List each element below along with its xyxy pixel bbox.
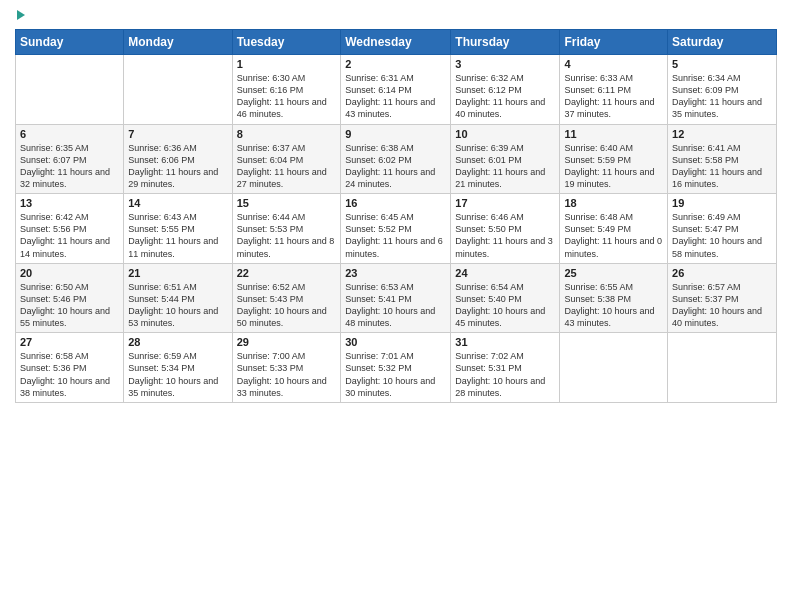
calendar-week-row: 1Sunrise: 6:30 AM Sunset: 6:16 PM Daylig… <box>16 55 777 125</box>
day-detail: Sunrise: 6:57 AM Sunset: 5:37 PM Dayligh… <box>672 281 772 330</box>
day-detail: Sunrise: 6:50 AM Sunset: 5:46 PM Dayligh… <box>20 281 119 330</box>
day-number: 1 <box>237 58 337 70</box>
calendar-cell: 24Sunrise: 6:54 AM Sunset: 5:40 PM Dayli… <box>451 263 560 333</box>
weekday-header: Sunday <box>16 30 124 55</box>
logo-arrow-icon <box>17 10 25 20</box>
day-detail: Sunrise: 6:42 AM Sunset: 5:56 PM Dayligh… <box>20 211 119 260</box>
day-number: 8 <box>237 128 337 140</box>
day-number: 28 <box>128 336 227 348</box>
day-detail: Sunrise: 6:49 AM Sunset: 5:47 PM Dayligh… <box>672 211 772 260</box>
calendar-table: SundayMondayTuesdayWednesdayThursdayFrid… <box>15 29 777 403</box>
day-number: 14 <box>128 197 227 209</box>
calendar-cell: 4Sunrise: 6:33 AM Sunset: 6:11 PM Daylig… <box>560 55 668 125</box>
calendar-cell: 11Sunrise: 6:40 AM Sunset: 5:59 PM Dayli… <box>560 124 668 194</box>
day-detail: Sunrise: 6:54 AM Sunset: 5:40 PM Dayligh… <box>455 281 555 330</box>
calendar-cell: 20Sunrise: 6:50 AM Sunset: 5:46 PM Dayli… <box>16 263 124 333</box>
day-number: 29 <box>237 336 337 348</box>
day-detail: Sunrise: 6:39 AM Sunset: 6:01 PM Dayligh… <box>455 142 555 191</box>
calendar-cell: 12Sunrise: 6:41 AM Sunset: 5:58 PM Dayli… <box>668 124 777 194</box>
day-detail: Sunrise: 6:59 AM Sunset: 5:34 PM Dayligh… <box>128 350 227 399</box>
day-number: 27 <box>20 336 119 348</box>
weekday-row: SundayMondayTuesdayWednesdayThursdayFrid… <box>16 30 777 55</box>
calendar-cell: 16Sunrise: 6:45 AM Sunset: 5:52 PM Dayli… <box>341 194 451 264</box>
day-detail: Sunrise: 6:46 AM Sunset: 5:50 PM Dayligh… <box>455 211 555 260</box>
day-detail: Sunrise: 6:53 AM Sunset: 5:41 PM Dayligh… <box>345 281 446 330</box>
day-detail: Sunrise: 7:02 AM Sunset: 5:31 PM Dayligh… <box>455 350 555 399</box>
day-detail: Sunrise: 6:33 AM Sunset: 6:11 PM Dayligh… <box>564 72 663 121</box>
day-detail: Sunrise: 6:32 AM Sunset: 6:12 PM Dayligh… <box>455 72 555 121</box>
day-number: 19 <box>672 197 772 209</box>
day-detail: Sunrise: 7:00 AM Sunset: 5:33 PM Dayligh… <box>237 350 337 399</box>
day-number: 20 <box>20 267 119 279</box>
day-number: 18 <box>564 197 663 209</box>
calendar-cell: 5Sunrise: 6:34 AM Sunset: 6:09 PM Daylig… <box>668 55 777 125</box>
day-number: 15 <box>237 197 337 209</box>
calendar-cell: 3Sunrise: 6:32 AM Sunset: 6:12 PM Daylig… <box>451 55 560 125</box>
calendar-header: SundayMondayTuesdayWednesdayThursdayFrid… <box>16 30 777 55</box>
day-number: 30 <box>345 336 446 348</box>
calendar-cell: 6Sunrise: 6:35 AM Sunset: 6:07 PM Daylig… <box>16 124 124 194</box>
weekday-header: Saturday <box>668 30 777 55</box>
calendar-cell: 19Sunrise: 6:49 AM Sunset: 5:47 PM Dayli… <box>668 194 777 264</box>
day-detail: Sunrise: 6:52 AM Sunset: 5:43 PM Dayligh… <box>237 281 337 330</box>
weekday-header: Monday <box>124 30 232 55</box>
calendar-cell: 9Sunrise: 6:38 AM Sunset: 6:02 PM Daylig… <box>341 124 451 194</box>
calendar-cell: 2Sunrise: 6:31 AM Sunset: 6:14 PM Daylig… <box>341 55 451 125</box>
day-number: 21 <box>128 267 227 279</box>
calendar-week-row: 27Sunrise: 6:58 AM Sunset: 5:36 PM Dayli… <box>16 333 777 403</box>
day-number: 12 <box>672 128 772 140</box>
calendar-cell <box>560 333 668 403</box>
day-number: 26 <box>672 267 772 279</box>
calendar-cell: 31Sunrise: 7:02 AM Sunset: 5:31 PM Dayli… <box>451 333 560 403</box>
calendar-cell: 14Sunrise: 6:43 AM Sunset: 5:55 PM Dayli… <box>124 194 232 264</box>
calendar-cell: 15Sunrise: 6:44 AM Sunset: 5:53 PM Dayli… <box>232 194 341 264</box>
day-detail: Sunrise: 6:58 AM Sunset: 5:36 PM Dayligh… <box>20 350 119 399</box>
day-number: 10 <box>455 128 555 140</box>
day-number: 22 <box>237 267 337 279</box>
day-detail: Sunrise: 6:34 AM Sunset: 6:09 PM Dayligh… <box>672 72 772 121</box>
day-detail: Sunrise: 6:45 AM Sunset: 5:52 PM Dayligh… <box>345 211 446 260</box>
day-detail: Sunrise: 6:51 AM Sunset: 5:44 PM Dayligh… <box>128 281 227 330</box>
weekday-header: Friday <box>560 30 668 55</box>
calendar-cell: 8Sunrise: 6:37 AM Sunset: 6:04 PM Daylig… <box>232 124 341 194</box>
day-detail: Sunrise: 6:41 AM Sunset: 5:58 PM Dayligh… <box>672 142 772 191</box>
calendar-cell: 10Sunrise: 6:39 AM Sunset: 6:01 PM Dayli… <box>451 124 560 194</box>
day-number: 7 <box>128 128 227 140</box>
day-detail: Sunrise: 6:40 AM Sunset: 5:59 PM Dayligh… <box>564 142 663 191</box>
day-detail: Sunrise: 6:31 AM Sunset: 6:14 PM Dayligh… <box>345 72 446 121</box>
calendar-cell: 13Sunrise: 6:42 AM Sunset: 5:56 PM Dayli… <box>16 194 124 264</box>
day-number: 11 <box>564 128 663 140</box>
calendar-cell <box>124 55 232 125</box>
day-number: 9 <box>345 128 446 140</box>
calendar-cell: 26Sunrise: 6:57 AM Sunset: 5:37 PM Dayli… <box>668 263 777 333</box>
day-number: 16 <box>345 197 446 209</box>
day-number: 4 <box>564 58 663 70</box>
day-number: 23 <box>345 267 446 279</box>
day-detail: Sunrise: 6:30 AM Sunset: 6:16 PM Dayligh… <box>237 72 337 121</box>
day-detail: Sunrise: 6:55 AM Sunset: 5:38 PM Dayligh… <box>564 281 663 330</box>
calendar-cell <box>16 55 124 125</box>
day-number: 25 <box>564 267 663 279</box>
calendar-cell: 18Sunrise: 6:48 AM Sunset: 5:49 PM Dayli… <box>560 194 668 264</box>
day-number: 17 <box>455 197 555 209</box>
calendar-cell: 28Sunrise: 6:59 AM Sunset: 5:34 PM Dayli… <box>124 333 232 403</box>
calendar-cell <box>668 333 777 403</box>
calendar-cell: 27Sunrise: 6:58 AM Sunset: 5:36 PM Dayli… <box>16 333 124 403</box>
day-number: 2 <box>345 58 446 70</box>
day-number: 3 <box>455 58 555 70</box>
calendar-cell: 29Sunrise: 7:00 AM Sunset: 5:33 PM Dayli… <box>232 333 341 403</box>
day-detail: Sunrise: 6:48 AM Sunset: 5:49 PM Dayligh… <box>564 211 663 260</box>
day-detail: Sunrise: 7:01 AM Sunset: 5:32 PM Dayligh… <box>345 350 446 399</box>
calendar-cell: 30Sunrise: 7:01 AM Sunset: 5:32 PM Dayli… <box>341 333 451 403</box>
calendar-cell: 1Sunrise: 6:30 AM Sunset: 6:16 PM Daylig… <box>232 55 341 125</box>
day-number: 31 <box>455 336 555 348</box>
day-number: 13 <box>20 197 119 209</box>
day-number: 24 <box>455 267 555 279</box>
calendar-body: 1Sunrise: 6:30 AM Sunset: 6:16 PM Daylig… <box>16 55 777 403</box>
day-number: 6 <box>20 128 119 140</box>
calendar-cell: 21Sunrise: 6:51 AM Sunset: 5:44 PM Dayli… <box>124 263 232 333</box>
calendar-cell: 17Sunrise: 6:46 AM Sunset: 5:50 PM Dayli… <box>451 194 560 264</box>
calendar-cell: 23Sunrise: 6:53 AM Sunset: 5:41 PM Dayli… <box>341 263 451 333</box>
weekday-header: Wednesday <box>341 30 451 55</box>
calendar-cell: 22Sunrise: 6:52 AM Sunset: 5:43 PM Dayli… <box>232 263 341 333</box>
